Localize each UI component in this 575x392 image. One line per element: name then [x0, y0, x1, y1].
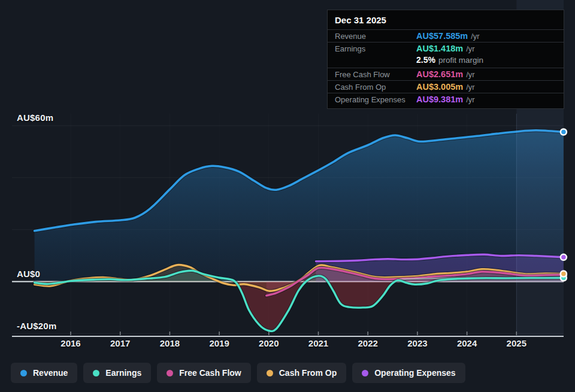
legend-label: Operating Expenses	[374, 368, 455, 378]
operating-expenses-endpoint-dot[interactable]	[561, 254, 567, 260]
tooltip-label: Earnings	[335, 44, 416, 53]
tooltip-date: Dec 31 2025	[328, 10, 564, 29]
tooltip-value: AU$1.418m	[416, 44, 463, 53]
tooltip-row-cash-from-op: Cash From Op AU$3.005m /yr	[328, 80, 564, 93]
profit-margin-text: profit margin	[438, 56, 483, 65]
legend-label: Cash From Op	[279, 368, 337, 378]
past-earnings-revenue-chart: AU$60m AU$0 -AU$20m 20162017201820192020…	[0, 0, 575, 392]
tooltip-label: Operating Expenses	[335, 95, 416, 104]
legend-label: Free Cash Flow	[179, 368, 241, 378]
tooltip-value: AU$2.651m	[416, 69, 463, 79]
y-axis-label-60m: AU$60m	[17, 113, 53, 123]
x-tick-label-2023: 2023	[407, 338, 427, 348]
tooltip-value: AU$3.005m	[416, 82, 463, 92]
legend-label: Earnings	[105, 368, 141, 378]
x-tick-label-2021: 2021	[308, 338, 328, 348]
free-cash-flow-dot-icon	[167, 370, 173, 376]
tooltip-label: Revenue	[335, 32, 416, 41]
x-tick-label-2017: 2017	[110, 338, 130, 348]
legend-label: Revenue	[33, 368, 68, 378]
y-axis-label-0: AU$0	[17, 269, 40, 279]
tooltip-row-revenue: Revenue AU$57.585m /yr	[328, 29, 564, 42]
x-tick-label-2016: 2016	[60, 338, 80, 348]
tooltip-label: Cash From Op	[335, 83, 416, 92]
legend-item-earnings[interactable]: Earnings	[83, 363, 151, 383]
tooltip-unit: /yr	[471, 32, 479, 41]
revenue-dot-icon	[20, 370, 27, 376]
revenue-endpoint-dot[interactable]	[561, 129, 567, 135]
x-tick-label-2020: 2020	[259, 338, 279, 348]
tooltip-unit: /yr	[466, 44, 474, 53]
tooltip-label: Free Cash Flow	[335, 70, 416, 79]
cash-from-op-dot-icon	[267, 370, 273, 376]
tooltip-unit: /yr	[466, 95, 474, 104]
legend-item-operating-expenses[interactable]: Operating Expenses	[352, 363, 465, 383]
x-tick-label-2022: 2022	[358, 338, 378, 348]
x-tick-label-2018: 2018	[160, 338, 180, 348]
tooltip-row-operating-expenses: Operating Expenses AU$9.381m /yr	[328, 93, 564, 105]
x-tick-label-2024: 2024	[457, 338, 477, 348]
legend-item-free-cash-flow[interactable]: Free Cash Flow	[157, 363, 250, 383]
operating-expenses-dot-icon	[362, 370, 368, 376]
tooltip-unit: /yr	[466, 83, 474, 92]
tooltip-value: AU$9.381m	[416, 95, 463, 104]
tooltip-unit: /yr	[466, 70, 474, 79]
x-tick-label-2019: 2019	[209, 338, 229, 348]
tooltip-row-free-cash-flow: Free Cash Flow AU$2.651m /yr	[328, 68, 564, 80]
chart-legend: Revenue Earnings Free Cash Flow Cash Fro…	[11, 363, 465, 383]
cash-from-op-endpoint-dot[interactable]	[561, 271, 567, 277]
legend-item-cash-from-op[interactable]: Cash From Op	[257, 363, 346, 383]
tooltip-profit-margin: 2.5%profit margin	[328, 54, 564, 68]
tooltip-row-earnings: Earnings AU$1.418m /yr	[328, 42, 564, 54]
profit-margin-value: 2.5%	[416, 55, 435, 65]
y-axis-label-neg20m: -AU$20m	[17, 321, 56, 331]
tooltip-value: AU$57.585m	[416, 31, 468, 41]
chart-tooltip: Dec 31 2025 Revenue AU$57.585m /yr Earni…	[327, 10, 564, 109]
legend-item-revenue[interactable]: Revenue	[11, 363, 77, 383]
x-tick-label-2025: 2025	[507, 338, 526, 348]
earnings-dot-icon	[93, 370, 99, 376]
